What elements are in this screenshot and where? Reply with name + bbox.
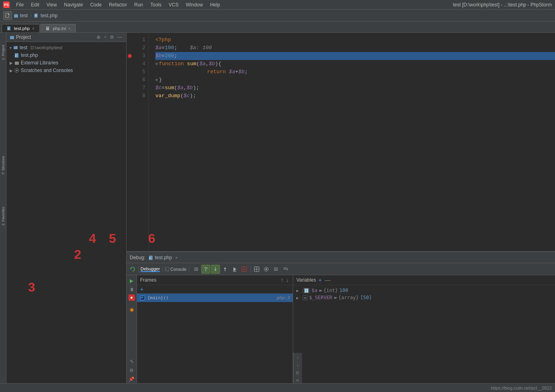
tab-php-ini[interactable]: ini php.ini × <box>40 24 76 32</box>
menu-code[interactable]: Code <box>87 1 105 8</box>
var-item-server[interactable]: ▶ ≡ $_SERVER = {array} [50] <box>293 294 555 301</box>
sync-icon[interactable]: ⊕ <box>96 34 101 40</box>
mute-btn[interactable]: ◉ <box>128 306 136 314</box>
step-into-btn[interactable] <box>211 265 220 274</box>
run-to-cursor-btn[interactable] <box>230 265 239 274</box>
code-line-1: <?php <box>155 36 555 44</box>
debugger-tab[interactable]: Debugger <box>141 266 160 272</box>
var-side-toolbar: ↑ ↓ ⎘ ∞ <box>293 353 302 383</box>
project-tab[interactable]: 1: Project <box>1 45 5 60</box>
menu-run[interactable]: Run <box>131 1 146 8</box>
bp-8 <box>127 92 133 100</box>
sidebar-title: Project <box>16 34 94 40</box>
frames-list: {main}() php:3 <box>137 294 293 383</box>
sidebar-header-icons: ⊕ ÷ ⚙ — <box>96 34 123 40</box>
far-left-tabs: 1: Project 7: Structure 2: Favorites <box>0 33 6 383</box>
svg-text:ini: ini <box>46 28 48 30</box>
var-b: $b <box>155 52 162 60</box>
tree-item-test[interactable]: ▾ test D:\work\php\test <box>6 44 126 51</box>
svg-marker-29 <box>224 267 226 269</box>
debug-tab-close[interactable]: × <box>175 255 177 260</box>
debug-tab-label[interactable]: P test.php <box>149 255 172 260</box>
bp-2 <box>127 44 133 52</box>
menu-window[interactable]: Window <box>183 1 206 8</box>
menu-help[interactable]: Help <box>207 1 223 8</box>
var-value-server: [50] <box>360 295 372 300</box>
variables-minus-btn[interactable]: — <box>324 277 331 283</box>
frames-add-btn[interactable]: + <box>140 286 143 292</box>
menu-file[interactable]: File <box>13 1 27 8</box>
tree-item-scratches[interactable]: ▶ Scratches and Consoles <box>6 67 126 74</box>
var-side-up[interactable]: ↑ <box>296 354 300 361</box>
scratches-icon <box>14 68 19 73</box>
tab-close-php-ini[interactable]: × <box>68 26 70 31</box>
favorites-tab[interactable]: 2: Favorites <box>1 207 5 226</box>
menu-view[interactable]: View <box>43 1 60 8</box>
edit-btn[interactable]: ✎ <box>128 358 136 366</box>
var-expand-a: ▶ <box>296 288 301 293</box>
breakpoint-gutter <box>127 33 133 251</box>
gear-icon[interactable]: ⚙ <box>109 34 115 40</box>
tab-close-test-php[interactable]: × <box>32 26 34 31</box>
pin-btn[interactable]: 📌 <box>128 375 136 383</box>
minus-icon[interactable]: — <box>117 34 123 40</box>
var-side-copy[interactable]: ⎘ <box>296 370 300 376</box>
frames-up-btn[interactable]: ↑ <box>280 277 284 283</box>
code-line-3: $b=200; <box>155 52 555 60</box>
menu-navigate[interactable]: Navigate <box>61 1 86 8</box>
var-side-down[interactable]: ↓ <box>296 362 300 368</box>
fold-6[interactable]: ⊖ <box>155 76 158 84</box>
tree-item-testphp[interactable]: P test.php <box>6 52 126 59</box>
code-content[interactable]: 1 2 3 4 5 6 7 8 <?php $a=100; $a <box>127 33 555 251</box>
frames-toggle-btn[interactable] <box>271 265 280 274</box>
bp-3[interactable] <box>127 52 133 60</box>
evaluate-btn[interactable]: ✕ <box>240 265 249 274</box>
menu-refactor[interactable]: Refactor <box>106 1 130 8</box>
menu-vcs[interactable]: VCS <box>165 1 182 8</box>
new-file-btn[interactable] <box>3 11 12 20</box>
menu-tools[interactable]: Tools <box>147 1 165 8</box>
structure-tab[interactable]: 7: Structure <box>1 156 5 175</box>
svg-text:P: P <box>15 55 17 57</box>
rerun-btn[interactable] <box>128 265 137 274</box>
var-badge-a: 🔢 <box>303 288 310 293</box>
debug-settings-btn[interactable] <box>192 265 201 274</box>
restore-layout-btn[interactable] <box>252 265 261 274</box>
watch-btn[interactable] <box>262 265 271 274</box>
var-item-a[interactable]: ▶ 🔢 $a = {int} 100 <box>293 287 555 294</box>
svg-point-38 <box>265 268 267 270</box>
svg-rect-10 <box>14 46 16 47</box>
tree-item-extlibs[interactable]: ▶ External Libraries <box>6 59 126 66</box>
variables-toggle-btn[interactable] <box>281 265 290 274</box>
sidebar-header: Project ⊕ ÷ ⚙ — <box>6 33 126 42</box>
stop-btn[interactable]: ■ <box>129 294 135 301</box>
tree-path-test: D:\work\php\test <box>30 45 62 50</box>
step-out-btn[interactable] <box>221 265 229 274</box>
menu-items: File Edit View Navigate Code Refactor Ru… <box>13 1 453 8</box>
svg-text:P: P <box>8 28 10 30</box>
frame-item-0[interactable]: {main}() php:3 <box>137 294 293 302</box>
frames-panel: Frames ↑ ↓ + <box>137 275 293 383</box>
frames-add-bar: + <box>137 285 293 294</box>
variables-add-btn[interactable]: + <box>318 277 322 283</box>
fold-4[interactable]: ⊖ <box>155 60 158 68</box>
var-type-server: {array} <box>338 295 359 300</box>
step-over-btn[interactable] <box>201 265 210 274</box>
ln-3: 3 <box>133 52 145 60</box>
settings-strip-btn[interactable]: ⚙ <box>128 366 136 374</box>
debug-toolbar: Debugger >_ Console <box>127 263 555 275</box>
svg-marker-30 <box>233 267 236 271</box>
tab-test-php[interactable]: P test.php × <box>2 24 40 32</box>
var-type-a: {int} <box>324 288 338 293</box>
var-a: $a <box>155 44 162 52</box>
var-expand-server[interactable]: ▶ <box>296 296 301 300</box>
console-tab[interactable]: >_ Console <box>165 267 186 272</box>
frames-down-btn[interactable]: ↓ <box>285 277 290 283</box>
code-lines[interactable]: <?php $a=100; $a: 100 $b=200; ⊖ function… <box>149 33 555 251</box>
resume-btn[interactable]: ▶ <box>128 277 136 285</box>
collapse-icon[interactable]: ÷ <box>103 34 107 40</box>
pause-btn[interactable]: ⏸ <box>128 286 136 294</box>
menu-edit[interactable]: Edit <box>28 1 42 8</box>
var-side-infinity[interactable]: ∞ <box>296 377 300 383</box>
sep4 <box>250 266 251 273</box>
